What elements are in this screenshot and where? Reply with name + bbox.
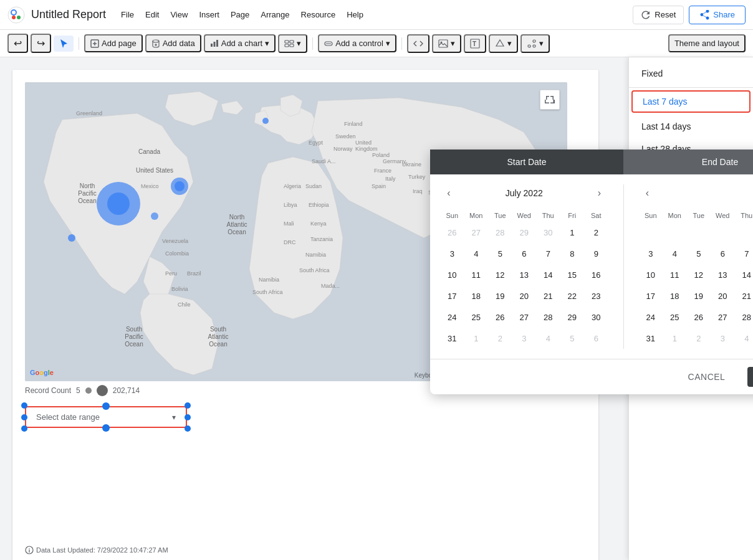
cal-day[interactable]: 22 [562, 286, 582, 306]
cal-day[interactable]: 28 [737, 307, 753, 327]
control-handle-mr[interactable] [185, 414, 191, 420]
add-control-button[interactable]: Add a control ▾ [318, 34, 396, 52]
control-handle-ml[interactable] [21, 414, 27, 420]
menu-resource[interactable]: Resource [296, 7, 341, 22]
menu-insert[interactable]: Insert [194, 7, 224, 22]
cal-day[interactable]: 6 [514, 244, 534, 263]
control-handle-top[interactable] [102, 402, 110, 410]
cal-day[interactable]: 16 [586, 265, 606, 285]
cal-day[interactable]: 28 [490, 222, 510, 242]
cal-day[interactable]: 4 [538, 328, 558, 348]
cal-day[interactable]: 12 [490, 265, 510, 285]
menu-help[interactable]: Help [342, 7, 368, 22]
code-button[interactable] [407, 34, 429, 53]
cal-day[interactable]: 2 [586, 222, 606, 242]
cancel-button[interactable]: CANCEL [673, 367, 741, 387]
cal-day[interactable]: 31 [442, 328, 462, 348]
cal-day[interactable]: 17 [442, 286, 462, 306]
cal-day[interactable]: 27 [466, 222, 486, 242]
cal-day[interactable]: 26 [490, 307, 510, 327]
menu-page[interactable]: Page [226, 7, 254, 22]
date-range-control[interactable]: Select date range ▾ [25, 406, 187, 428]
cal-day[interactable]: 25 [664, 307, 684, 327]
cal-day[interactable]: 9 [586, 244, 606, 263]
cal-day[interactable]: 19 [689, 286, 709, 306]
cal-day[interactable]: 27 [514, 307, 534, 327]
cal-day[interactable]: 5 [562, 328, 582, 348]
cal-day[interactable]: 4 [466, 244, 486, 263]
cal-day[interactable]: 13 [514, 265, 534, 285]
cal-day[interactable]: 13 [712, 265, 732, 285]
cal-day[interactable]: 29 [514, 222, 534, 242]
theme-layout-button[interactable]: Theme and layout [668, 34, 746, 52]
draw-button[interactable]: ▾ [520, 34, 550, 53]
right-month-prev[interactable]: ‹ [639, 184, 656, 202]
cal-day[interactable]: 30 [538, 222, 558, 242]
cal-day[interactable]: 18 [466, 286, 486, 306]
add-chart-button[interactable]: Add a chart ▾ [204, 34, 276, 52]
menu-arrange[interactable]: Arrange [256, 7, 294, 22]
cal-day[interactable]: 1 [466, 328, 486, 348]
text-button[interactable]: T [464, 34, 486, 53]
cal-day[interactable]: 28 [538, 307, 558, 327]
option-last-7-days[interactable]: Last 7 days [631, 90, 751, 113]
menu-view[interactable]: View [165, 7, 193, 22]
menu-edit[interactable]: Edit [140, 7, 164, 22]
cal-day[interactable]: 31 [641, 328, 661, 348]
cal-day[interactable]: 19 [490, 286, 510, 306]
cal-day[interactable]: 1 [664, 328, 684, 348]
cal-day[interactable]: 7 [538, 244, 558, 263]
cal-day[interactable]: 20 [712, 286, 732, 306]
cal-day[interactable]: 14 [538, 265, 558, 285]
cal-day[interactable]: 8 [562, 244, 582, 263]
cal-day[interactable]: 25 [466, 307, 486, 327]
redo-button[interactable]: ↪ [31, 34, 51, 53]
cal-day[interactable]: 26 [442, 222, 462, 242]
left-month-prev[interactable]: ‹ [440, 184, 458, 202]
cal-day[interactable]: 5 [490, 244, 510, 263]
cal-day[interactable]: 3 [514, 328, 534, 348]
cal-day[interactable]: 7 [737, 244, 753, 263]
apply-button[interactable]: APPLY [747, 367, 753, 387]
add-scorecard-button[interactable]: ▾ [278, 34, 307, 53]
control-handle-bottom[interactable] [102, 424, 110, 432]
cal-day[interactable]: 23 [586, 286, 606, 306]
control-handle-tl[interactable] [21, 402, 27, 409]
cal-day[interactable]: 29 [562, 307, 582, 327]
cal-day[interactable]: 3 [712, 328, 732, 348]
cal-day[interactable]: 27 [712, 307, 732, 327]
image-button[interactable]: ▾ [432, 34, 461, 53]
map-expand-button[interactable] [540, 90, 560, 110]
cursor-tool[interactable] [54, 36, 74, 52]
share-button[interactable]: Share [689, 6, 746, 24]
cal-day[interactable]: 17 [641, 286, 661, 306]
cal-day[interactable]: 6 [712, 244, 732, 263]
left-month-next[interactable]: › [591, 184, 608, 202]
cal-day[interactable]: 3 [641, 244, 661, 263]
control-handle-tr[interactable] [185, 402, 191, 409]
cal-day[interactable]: 2 [490, 328, 510, 348]
cal-day[interactable]: 26 [689, 307, 709, 327]
end-date-tab[interactable]: End Date [623, 149, 753, 174]
cal-day[interactable]: 10 [641, 265, 661, 285]
cal-day[interactable]: 2 [689, 328, 709, 348]
shapes-button[interactable]: ▾ [489, 34, 518, 53]
cal-day[interactable]: 21 [538, 286, 558, 306]
add-data-button[interactable]: Add data [145, 34, 201, 52]
cal-day[interactable]: 5 [689, 244, 709, 263]
cal-day[interactable]: 11 [664, 265, 684, 285]
control-handle-bl[interactable] [21, 425, 27, 432]
add-page-button[interactable]: Add page [84, 34, 143, 52]
cal-day[interactable]: 4 [737, 328, 753, 348]
cal-day[interactable]: 21 [737, 286, 753, 306]
menu-file[interactable]: File [116, 7, 139, 22]
cal-day[interactable]: 1 [562, 222, 582, 242]
cal-day[interactable]: 20 [514, 286, 534, 306]
cal-day[interactable]: 18 [664, 286, 684, 306]
option-fixed[interactable]: Fixed [629, 62, 753, 85]
reset-button[interactable]: Reset [633, 6, 684, 24]
cal-day[interactable]: 24 [641, 307, 661, 327]
cal-day[interactable]: 30 [586, 307, 606, 327]
cal-day[interactable]: 4 [664, 244, 684, 263]
undo-button[interactable]: ↩ [7, 34, 28, 53]
